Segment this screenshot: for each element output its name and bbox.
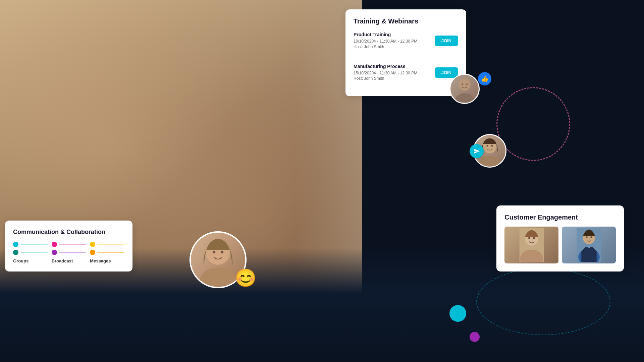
webinar-2-info: Manufacturing Process 15/10/20204 - 11:3…	[354, 64, 417, 82]
comm-item-broadcast: Broadcast	[52, 242, 86, 263]
floating-dot-teal	[449, 305, 466, 322]
svg-point-3	[466, 83, 468, 85]
groups-dot-1	[13, 242, 18, 247]
groups-dot-2	[13, 250, 18, 255]
webinar-2-name: Manufacturing Process	[354, 64, 417, 69]
broadcast-dot-1	[52, 242, 57, 247]
groups-dots	[13, 242, 48, 255]
webinar-item-2: Manufacturing Process 15/10/20204 - 11:3…	[354, 64, 458, 82]
groups-line-2	[20, 252, 48, 253]
broadcast-dot-2	[52, 250, 57, 255]
webinar-item-1: Product Training 10/10/20204 - 11:30 AM …	[354, 32, 458, 50]
messages-line-1	[97, 244, 124, 245]
floating-dot-purple	[470, 332, 480, 342]
messages-row-1	[90, 242, 124, 247]
groups-row-2	[13, 250, 48, 255]
decorative-circle-teal	[476, 268, 610, 335]
avatar-top-right	[449, 74, 480, 104]
broadcast-row-2	[52, 250, 86, 255]
svg-point-6	[487, 145, 488, 147]
send-badge	[470, 144, 484, 158]
messages-label: Messages	[90, 258, 111, 263]
svg-point-5	[479, 156, 500, 166]
broadcast-line-1	[59, 244, 86, 245]
thumbs-up-badge: 👍	[478, 72, 491, 85]
training-webinars-card: Training & Webinars Product Training 10/…	[345, 9, 466, 96]
svg-point-11	[221, 251, 223, 253]
svg-point-10	[213, 251, 215, 253]
messages-line-2	[97, 252, 124, 253]
groups-line-1	[20, 244, 48, 245]
messages-dot-2	[90, 250, 95, 255]
broadcast-dots	[52, 242, 86, 255]
customer-images	[504, 227, 616, 263]
svg-point-2	[462, 83, 463, 85]
customer-engagement-card: Customer Engagement	[496, 205, 624, 272]
decorative-circle-pink	[496, 87, 570, 161]
comm-item-messages: Messages	[90, 242, 124, 263]
svg-point-9	[200, 267, 236, 285]
svg-point-20	[586, 236, 588, 238]
messages-dots	[90, 242, 124, 255]
comm-icons-row: Groups Broadcast	[13, 242, 124, 263]
training-card-title: Training & Webinars	[354, 17, 458, 25]
comm-item-groups: Groups	[13, 242, 48, 263]
svg-point-15	[528, 237, 530, 239]
messages-row-2	[90, 250, 124, 255]
avatar-top-right-image	[450, 75, 479, 103]
webinar-divider	[354, 57, 458, 57]
customer-card-title: Customer Engagement	[504, 214, 616, 221]
webinar-1-name: Product Training	[354, 32, 417, 37]
webinar-1-date: 10/10/20204 - 11:30 AM - 12:30 PM	[354, 39, 417, 44]
broadcast-row-1	[52, 242, 86, 247]
svg-point-16	[533, 237, 535, 239]
join-button-1[interactable]: JOIN	[435, 36, 458, 46]
comm-card-title: Communication & Collaboration	[13, 229, 124, 236]
emoji-badge: 😊	[235, 268, 257, 288]
svg-point-21	[590, 236, 592, 238]
broadcast-line-2	[59, 252, 86, 253]
customer-image-2	[562, 227, 616, 263]
join-button-2[interactable]: JOIN	[435, 67, 458, 78]
svg-point-7	[491, 145, 493, 147]
customer-image-1	[504, 227, 558, 263]
webinar-2-date: 15/10/20204 - 11:30 AM - 12:30 PM	[354, 70, 417, 76]
svg-point-1	[455, 93, 474, 102]
broadcast-label: Broadcast	[52, 258, 73, 263]
svg-point-0	[459, 79, 471, 91]
groups-label: Groups	[13, 258, 29, 263]
communication-collaboration-card: Communication & Collaboration Groups	[5, 221, 132, 272]
webinar-1-info: Product Training 10/10/20204 - 11:30 AM …	[354, 32, 417, 50]
webinar-1-host: Host: John Smith	[354, 44, 417, 50]
webinar-2-host: Host: John Smith	[354, 76, 417, 81]
groups-row-1	[13, 242, 48, 247]
messages-dot-1	[90, 242, 95, 247]
